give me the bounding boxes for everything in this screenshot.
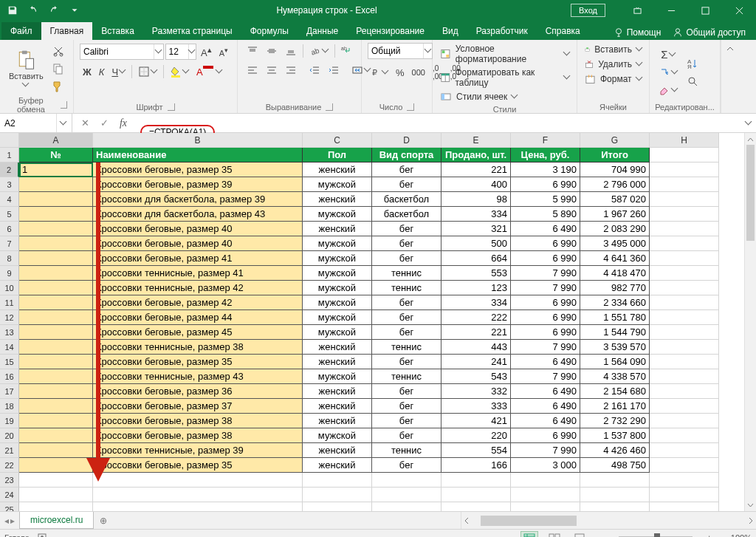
format-cells-button[interactable]: Формат bbox=[583, 72, 643, 86]
cell-F19[interactable]: 6 490 bbox=[511, 414, 580, 428]
font-color-icon[interactable]: A bbox=[193, 64, 225, 80]
cell-E14[interactable]: 443 bbox=[441, 340, 511, 355]
cell-B21[interactable]: Кроссовки теннисные, размер 39 bbox=[93, 443, 303, 458]
orientation-icon[interactable]: ab bbox=[306, 43, 331, 59]
cell-D4[interactable]: баскетбол bbox=[372, 192, 441, 207]
cell-G20[interactable]: 1 537 800 bbox=[580, 428, 650, 443]
cell-B16[interactable]: Кроссовки теннисные, размер 43 bbox=[93, 369, 303, 384]
tab-insert[interactable]: Вставка bbox=[92, 22, 143, 40]
conditional-formatting-button[interactable]: Условное форматирование bbox=[439, 43, 571, 65]
cell-B5[interactable]: Кроссовки для баскетбола, размер 43 bbox=[93, 207, 303, 222]
worksheet-area[interactable]: ABCDEFGH1№НаименованиеПолВид спортаПрода… bbox=[0, 133, 756, 511]
cell-F20[interactable]: 6 990 bbox=[511, 428, 580, 443]
cell-B4[interactable]: Кроссовки для баскетбола, размер 39 bbox=[93, 192, 303, 207]
cell-B3[interactable]: Кроссовки беговые, размер 39 bbox=[93, 177, 303, 192]
tab-help[interactable]: Справка bbox=[537, 22, 589, 40]
row-header-17[interactable]: 17 bbox=[0, 384, 19, 399]
autosum-icon[interactable]: Σ bbox=[656, 46, 681, 63]
tab-file[interactable]: Файл bbox=[1, 22, 41, 40]
cell-D21[interactable]: теннис bbox=[372, 443, 441, 458]
sheet-nav-prev-icon[interactable]: ◂ bbox=[4, 516, 9, 526]
cell-A16[interactable] bbox=[19, 369, 93, 384]
row-header-11[interactable]: 11 bbox=[0, 295, 19, 310]
cell-D7[interactable]: бег bbox=[372, 236, 441, 251]
tab-data[interactable]: Данные bbox=[298, 22, 347, 40]
cell-D6[interactable]: бег bbox=[372, 222, 441, 236]
table-header[interactable]: Итого bbox=[580, 148, 650, 163]
cell-D16[interactable]: теннис bbox=[372, 369, 441, 384]
expand-formula-bar-icon[interactable] bbox=[741, 114, 756, 132]
number-dialog-launcher[interactable] bbox=[407, 103, 414, 111]
clipboard-dialog-launcher[interactable] bbox=[61, 101, 67, 109]
paste-button[interactable]: Вставить bbox=[6, 47, 47, 90]
italic-icon[interactable]: К bbox=[96, 64, 108, 80]
cell-E11[interactable]: 334 bbox=[441, 295, 511, 310]
cell-B9[interactable]: Кроссовки теннисные, размер 41 bbox=[93, 266, 303, 281]
cell-E18[interactable]: 333 bbox=[441, 399, 511, 414]
tab-page-layout[interactable]: Разметка страницы bbox=[143, 22, 241, 40]
cell-A19[interactable] bbox=[19, 414, 93, 428]
cell-D22[interactable]: бег bbox=[372, 458, 441, 473]
cell-F9[interactable]: 7 990 bbox=[511, 266, 580, 281]
cell-C17[interactable]: женский bbox=[303, 384, 372, 399]
row-header-4[interactable]: 4 bbox=[0, 192, 19, 207]
cell-A13[interactable] bbox=[19, 325, 93, 340]
cell-C3[interactable]: мужской bbox=[303, 177, 372, 192]
cell-A14[interactable] bbox=[19, 340, 93, 355]
cell-B17[interactable]: Кроссовки беговые, размер 36 bbox=[93, 384, 303, 399]
cell-C20[interactable]: мужской bbox=[303, 428, 372, 443]
cell-C14[interactable]: женский bbox=[303, 340, 372, 355]
cell-A2[interactable]: 1 bbox=[19, 163, 93, 177]
delete-cells-button[interactable]: Удалить bbox=[583, 58, 643, 71]
table-header[interactable]: № bbox=[19, 148, 93, 163]
cell-C15[interactable]: женский bbox=[303, 355, 372, 369]
cell-C10[interactable]: мужской bbox=[303, 281, 372, 295]
col-header-B[interactable]: B bbox=[93, 133, 303, 148]
row-header-8[interactable]: 8 bbox=[0, 251, 19, 266]
cell-A20[interactable] bbox=[19, 428, 93, 443]
sheet-tab-active[interactable]: microexcel.ru bbox=[19, 512, 94, 529]
cell-A10[interactable] bbox=[19, 281, 93, 295]
cell-E13[interactable]: 221 bbox=[441, 325, 511, 340]
row-header-24[interactable]: 24 bbox=[0, 488, 19, 502]
cell-E8[interactable]: 664 bbox=[441, 251, 511, 266]
cell-F3[interactable]: 6 990 bbox=[511, 177, 580, 192]
decrease-font-icon[interactable]: A▾ bbox=[216, 44, 231, 60]
align-top-icon[interactable] bbox=[244, 43, 261, 59]
fill-color-icon[interactable] bbox=[167, 64, 192, 80]
cell-F12[interactable]: 6 990 bbox=[511, 310, 580, 325]
cell-D12[interactable]: бег bbox=[372, 310, 441, 325]
cell-B22[interactable]: Кроссовки беговые, размер 35 bbox=[93, 458, 303, 473]
cell-B15[interactable]: Кроссовки беговые, размер 35 bbox=[93, 355, 303, 369]
cell-E22[interactable]: 166 bbox=[441, 458, 511, 473]
cell-G13[interactable]: 1 544 790 bbox=[580, 325, 650, 340]
cell-C4[interactable]: женский bbox=[303, 192, 372, 207]
accounting-format-icon[interactable]: ₽ bbox=[368, 64, 391, 81]
cell-E4[interactable]: 98 bbox=[441, 192, 511, 207]
zoom-level[interactable]: 100% bbox=[722, 533, 752, 538]
row-header-6[interactable]: 6 bbox=[0, 222, 19, 236]
tab-developer[interactable]: Разработчик bbox=[467, 22, 537, 40]
cell-A5[interactable] bbox=[19, 207, 93, 222]
cell-C18[interactable]: женский bbox=[303, 399, 372, 414]
alignment-dialog-launcher[interactable] bbox=[326, 103, 333, 111]
cell-A18[interactable] bbox=[19, 399, 93, 414]
cell-C19[interactable]: женский bbox=[303, 414, 372, 428]
cell-G12[interactable]: 1 551 780 bbox=[580, 310, 650, 325]
cell-D13[interactable]: бег bbox=[372, 325, 441, 340]
cell-D9[interactable]: теннис bbox=[372, 266, 441, 281]
cell-F21[interactable]: 7 990 bbox=[511, 443, 580, 458]
horizontal-scroll-thumb[interactable] bbox=[481, 516, 577, 526]
cell-B7[interactable]: Кроссовки беговые, размер 40 bbox=[93, 236, 303, 251]
cell-F2[interactable]: 3 190 bbox=[511, 163, 580, 177]
cell-B12[interactable]: Кроссовки беговые, размер 44 bbox=[93, 310, 303, 325]
insert-function-icon[interactable]: fx bbox=[114, 114, 133, 133]
share-button[interactable]: Общий доступ bbox=[668, 25, 750, 40]
cell-D8[interactable]: бег bbox=[372, 251, 441, 266]
cell-E7[interactable]: 500 bbox=[441, 236, 511, 251]
cell-B2[interactable]: Кроссовки беговые, размер 35 bbox=[93, 163, 303, 177]
clear-icon[interactable] bbox=[656, 82, 681, 98]
cell-E12[interactable]: 222 bbox=[441, 310, 511, 325]
undo-icon[interactable] bbox=[25, 2, 41, 18]
col-header-H[interactable]: H bbox=[650, 133, 719, 148]
